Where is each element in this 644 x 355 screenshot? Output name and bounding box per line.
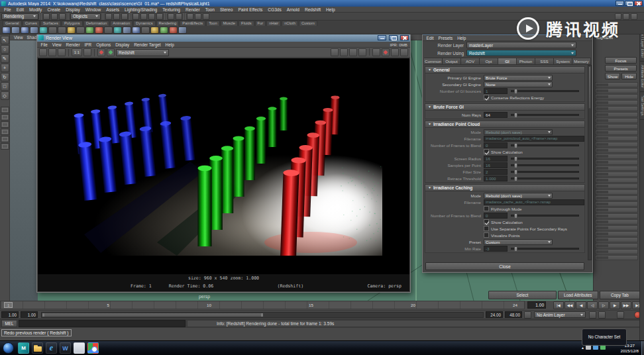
menu-item[interactable]: Help <box>323 7 338 12</box>
checkbox[interactable]: Show Calculation <box>484 149 523 154</box>
taskbar-explorer-icon[interactable] <box>32 342 43 354</box>
settings-tab[interactable]: Photon <box>517 58 535 65</box>
shelf-tab[interactable]: Muscle <box>221 21 238 26</box>
start-button[interactable] <box>3 342 14 354</box>
value-field[interactable]: 0 <box>484 213 508 219</box>
slider[interactable] <box>511 90 579 92</box>
show-channel-box-icon[interactable] <box>631 13 637 20</box>
section-header[interactable]: ▼ General <box>425 66 585 74</box>
shelf-item-icon[interactable] <box>141 26 150 34</box>
shelf-tab[interactable]: Custom <box>299 21 317 26</box>
minimize-button[interactable] <box>378 35 386 40</box>
menu-item[interactable]: Help <box>163 42 176 47</box>
attribute-field-row[interactable] <box>595 148 638 153</box>
attribute-field-row[interactable] <box>595 100 638 105</box>
attribute-field-row[interactable] <box>595 124 638 129</box>
collapse-arrow-icon[interactable]: ▼ <box>428 68 431 72</box>
menu-item[interactable]: File <box>38 42 50 47</box>
slider-handle[interactable] <box>514 170 517 175</box>
section-header[interactable]: ▼ Brute Force GI <box>425 103 585 111</box>
attribute-field-row[interactable] <box>595 130 638 135</box>
shelf-item-icon[interactable] <box>123 26 131 34</box>
menu-item[interactable]: Lighting/Shading <box>122 7 160 12</box>
menu-set-dropdown[interactable]: Rendering <box>1 13 38 20</box>
shelf-item-icon[interactable] <box>30 26 38 34</box>
slider[interactable] <box>511 248 579 250</box>
shelf-item-icon[interactable] <box>76 26 85 34</box>
snap-curve-icon[interactable] <box>140 13 147 20</box>
taskbar-maya-icon[interactable]: M <box>18 342 29 354</box>
checkbox[interactable]: Flythrough Mode <box>484 206 521 211</box>
menu-item[interactable]: Display <box>63 7 83 12</box>
shelf-tab[interactable]: Animation <box>110 21 133 26</box>
attribute-editor-button[interactable]: Select <box>488 291 557 299</box>
shelf-item-icon[interactable] <box>39 26 48 34</box>
playback-button[interactable]: ◀ <box>576 301 586 309</box>
value-field[interactable]: 16 <box>484 162 508 168</box>
value-field[interactable]: 16 <box>484 156 508 162</box>
menu-item[interactable]: Options <box>94 42 113 47</box>
mute-anim-layer-icon[interactable] <box>589 311 596 319</box>
paint-select-tool-icon[interactable]: ✎ <box>1 54 9 63</box>
animation-start-field[interactable]: 1.00 <box>1 311 19 318</box>
no-character-set-overlay[interactable]: No Character Set <box>582 329 627 346</box>
menu-item[interactable]: View <box>50 42 64 47</box>
slider-handle[interactable] <box>514 113 517 118</box>
settings-tab[interactable]: Output <box>443 58 461 65</box>
open-render-settings-icon[interactable] <box>391 48 399 56</box>
attribute-field-row[interactable] <box>595 195 638 201</box>
command-mode-toggle[interactable]: MEL <box>1 320 17 327</box>
zoom-one-to-one-button[interactable]: 1:1 <box>72 48 82 56</box>
scrollbar-thumb[interactable] <box>588 66 591 109</box>
menu-item[interactable]: Paint Effects <box>235 7 265 12</box>
select-tool-icon[interactable]: ↖ <box>1 36 9 44</box>
slider-handle[interactable] <box>514 143 517 148</box>
slider-handle[interactable] <box>514 213 517 219</box>
taskbar-notes-icon[interactable] <box>74 342 85 354</box>
gamma-icon[interactable] <box>358 48 366 56</box>
help-icon[interactable] <box>400 48 408 56</box>
presets-button[interactable]: Presets <box>605 65 637 72</box>
menu-item[interactable]: CG3ds <box>265 7 284 12</box>
close-button[interactable] <box>400 35 409 40</box>
menu-item[interactable]: Window <box>83 7 103 12</box>
show-button[interactable]: Show <box>605 73 620 79</box>
section-header[interactable]: ▼ Irradiance Point Cloud <box>425 121 585 128</box>
shelf-item-icon[interactable] <box>150 26 159 34</box>
playback-end-field[interactable]: 24.00 <box>486 311 503 318</box>
sidebar-vertical-tab[interactable]: Tool Settings <box>640 92 644 119</box>
layout-four-pane-button[interactable] <box>1 114 9 121</box>
open-render-view-icon[interactable] <box>176 13 182 20</box>
snap-plane-icon[interactable] <box>156 13 163 20</box>
render-region-icon[interactable] <box>39 48 47 56</box>
playback-button[interactable]: |◀ <box>553 301 564 309</box>
checkbox[interactable]: Conserve Reflections Energy <box>484 95 544 100</box>
select-hierarchy-icon[interactable] <box>105 13 112 20</box>
shelf-item-icon[interactable] <box>11 26 20 34</box>
panel-menu-item[interactable]: View <box>13 35 25 40</box>
value-field[interactable]: 64 <box>484 112 508 118</box>
shelf-tab[interactable]: Toon <box>206 21 220 26</box>
select-object-icon[interactable] <box>113 13 120 20</box>
menu-item[interactable]: Render Target <box>132 42 163 47</box>
close-button[interactable] <box>634 1 643 6</box>
attribute-field-row[interactable] <box>595 106 638 111</box>
menu-item[interactable]: Modify <box>27 7 44 12</box>
save-scene-icon[interactable] <box>59 13 66 20</box>
taskbar-chrome-icon[interactable] <box>87 342 99 354</box>
construction-history-icon[interactable] <box>168 13 174 20</box>
open-scene-icon[interactable] <box>51 13 58 20</box>
collapse-arrow-icon[interactable]: ▼ <box>428 186 431 189</box>
settings-tab[interactable]: SSS <box>535 58 554 65</box>
taskbar-word-icon[interactable]: W <box>60 342 71 354</box>
current-time-field[interactable]: 1.00 <box>527 301 546 309</box>
shelf-tab[interactable]: Rendering <box>156 21 180 26</box>
stop-render-icon[interactable] <box>382 48 390 56</box>
attribute-field-row[interactable] <box>595 118 638 123</box>
slider[interactable] <box>511 164 579 166</box>
settings-tab[interactable]: Memory <box>572 58 591 65</box>
move-tool-icon[interactable]: + <box>1 64 9 72</box>
shelf-item-icon[interactable] <box>58 26 66 34</box>
settings-tab[interactable]: AOV <box>461 58 480 65</box>
attribute-editor-button[interactable]: Copy Tab <box>600 291 640 299</box>
